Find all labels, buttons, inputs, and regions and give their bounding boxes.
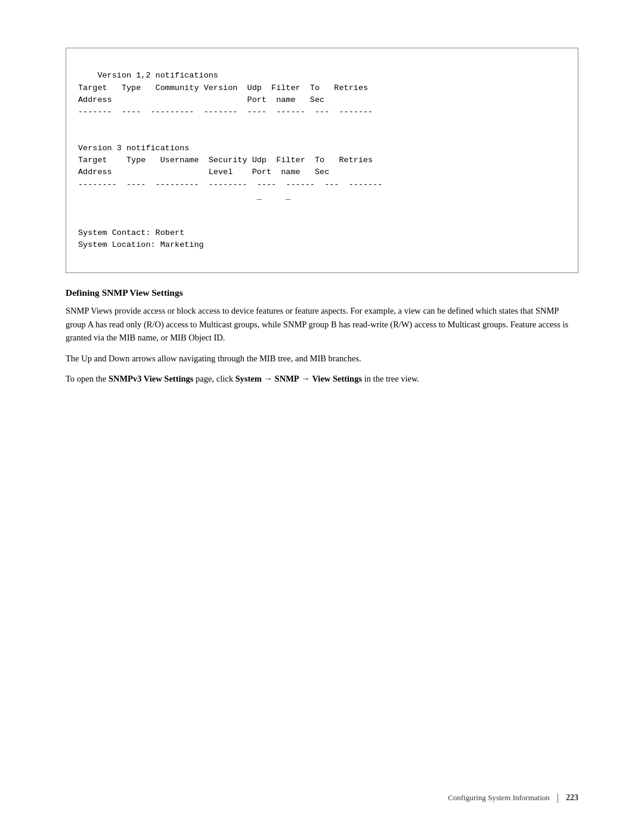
page-container: Version 1,2 notifications Target Type Co… — [0, 0, 644, 833]
para3-post: in the tree view. — [362, 374, 419, 383]
para3-system: System — [236, 374, 262, 383]
para3-mid: page, click — [193, 374, 235, 383]
footer-page: 223 — [566, 793, 578, 803]
footer-divider: | — [557, 792, 559, 803]
para3-arrow2: → — [299, 374, 312, 383]
paragraph-1: SNMP Views provide access or block acces… — [66, 304, 578, 344]
paragraph-2: The Up and Down arrows allow navigating … — [66, 352, 578, 365]
code-box: Version 1,2 notifications Target Type Co… — [66, 48, 578, 273]
footer-label: Configuring System Information — [448, 793, 549, 803]
para3-view: View Settings — [312, 374, 362, 383]
footer: Configuring System Information | 223 — [448, 792, 578, 803]
paragraph-3: To open the SNMPv3 View Settings page, c… — [66, 372, 578, 385]
para3-pre: To open the — [66, 374, 109, 383]
section-heading: Defining SNMP View Settings — [66, 287, 578, 298]
para3-arrow1: → — [262, 374, 275, 383]
para3-snmp: SNMP — [275, 374, 299, 383]
para3-bold: SNMPv3 View Settings — [109, 374, 194, 383]
code-content: Version 1,2 notifications Target Type Co… — [78, 71, 382, 249]
